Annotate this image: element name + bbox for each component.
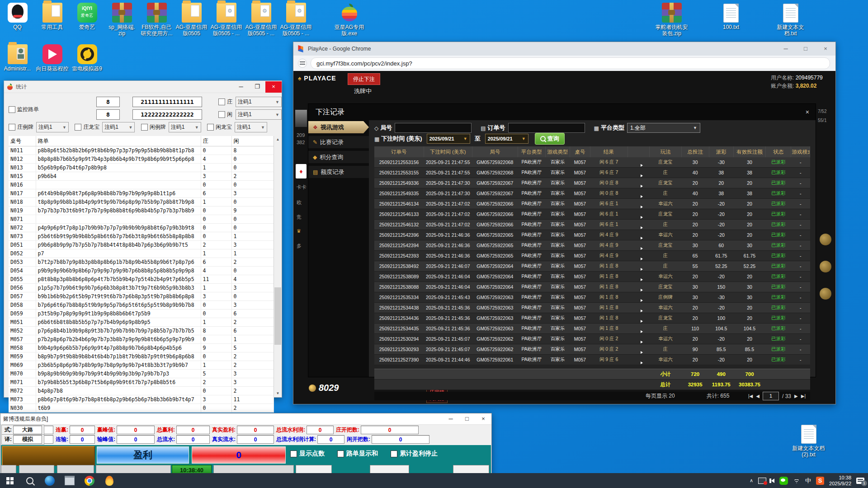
stat-value[interactable]: 0 — [70, 426, 95, 434]
stat-value[interactable]: 0 — [70, 435, 95, 444]
desktop-icon[interactable]: sp_网络端. zip — [104, 3, 139, 37]
desktop-icon[interactable]: 掌舵者街机安 装包.zip — [654, 3, 689, 37]
option-code-select[interactable]: 注码1▼ — [102, 122, 135, 132]
stat-value[interactable]: 0 — [237, 426, 274, 434]
road-table-row[interactable]: N071 0 0 — [9, 215, 274, 224]
option-checkbox[interactable]: 庄龙宝 — [75, 123, 99, 131]
road-table-row[interactable]: M058 b9b4p9p6p6b5b7p6p9p9t4p7p8b8p9b7b6p… — [9, 344, 274, 352]
desktop-icon[interactable]: AG-亚星信用 版0505 - ... — [278, 3, 313, 37]
ime-indicator[interactable]: 中 — [805, 477, 811, 485]
desktop-icon[interactable]: 爱奇艺 — [70, 3, 104, 37]
cell-replay[interactable] — [627, 220, 650, 230]
panel-checkbox[interactable]: 显示点数 — [290, 450, 325, 458]
cell-replay[interactable] — [627, 344, 650, 355]
scrollbar[interactable]: ▲ ▼ — [274, 136, 282, 397]
site-settings-icon[interactable] — [298, 59, 307, 68]
trophy-icon[interactable]: ♛ — [297, 228, 301, 234]
option-checkbox[interactable]: 庄例牌 — [9, 123, 33, 131]
option-code-select[interactable]: 注码1▼ — [169, 122, 201, 132]
option-checkbox[interactable]: 闲龙宝 — [207, 123, 232, 131]
road-table-row[interactable]: N016 0 0 — [9, 181, 274, 189]
cell-replay[interactable] — [627, 303, 650, 313]
cell-replay[interactable] — [627, 251, 650, 261]
road-table-row[interactable]: N018 t8p8p9p9b8b1p8b4p9p9t9p9b7b6p8p9p7b… — [9, 198, 274, 206]
desktop-icon[interactable]: QQ — [0, 3, 35, 37]
address-bar[interactable]: gci.myf7f3bx.com/pc/pcv2/index.jsp? — [311, 57, 830, 69]
desktop-icon[interactable]: AG-亚星信用 版0505 - ... — [244, 3, 278, 37]
stat-value[interactable]: 0 — [176, 435, 210, 444]
road-table-row[interactable]: M059 b8p9b7p9t9b8b9b8b4t6b4b7p1b8t7b9b8b… — [9, 352, 274, 361]
maximize-icon[interactable]: □ — [459, 413, 475, 425]
close-icon[interactable]: × — [816, 42, 835, 56]
road-table-row[interactable]: N019 b7p7b3p7b3t6b9t7p7b7p9p8b8b8t6p9b8b… — [9, 206, 274, 215]
player-count-input[interactable]: 8 — [96, 109, 120, 120]
prev-page-icon[interactable] — [756, 394, 760, 399]
road-table-row[interactable]: N011 p8b8p6t5b2b8b2b6p9t8b6b9p7p3p7p9p9p… — [9, 146, 274, 155]
scroll-down-icon[interactable]: ▼ — [274, 390, 282, 397]
stat-value[interactable]: 0 — [317, 435, 344, 444]
road-table-row[interactable]: D052 p7 1 1 — [9, 249, 274, 258]
cell-replay[interactable] — [627, 355, 650, 365]
modal-tab[interactable]: 比赛记录 — [308, 136, 369, 148]
screen-record-icon[interactable] — [758, 478, 766, 484]
date-to-select[interactable]: 2025/09/21 ▼ — [485, 134, 528, 144]
road-table-row[interactable]: D057 b9b1b6b9b2p6t5b9p7t9t9t6b7b7p6b8p3p… — [9, 292, 274, 301]
road-table-row[interactable]: M070 b9p8p9b9b9p9b9p7b9p9t4b9p9b9p3b9p7p… — [9, 370, 274, 378]
stat-value[interactable]: 0 — [237, 435, 274, 444]
cell-replay[interactable] — [627, 324, 650, 334]
taskbar-app-browser[interactable] — [40, 473, 60, 488]
option-code-select[interactable]: 注码1▼ — [235, 122, 267, 132]
volume-icon[interactable] — [771, 479, 774, 483]
platform-select[interactable]: 1.全部 ▼ — [627, 123, 700, 133]
desktop-icon[interactable]: 常用工具 — [35, 3, 70, 37]
left-menu-item[interactable]: 欧 — [297, 199, 302, 206]
road-table-row[interactable]: M057 p7b2p8p6p7b2b4b6p9p7b7p3b8b7p9p9p9b… — [9, 335, 274, 344]
minimize-icon[interactable]: ─ — [233, 81, 249, 93]
player-pattern-input[interactable]: 122222222222222 — [132, 109, 202, 120]
desktop-icon[interactable]: AG-亚星信用 版0505 — [174, 3, 209, 37]
desktop-icon[interactable]: 新建文本文 档.txt — [773, 3, 808, 37]
betting-tool-titlebar[interactable]: 赌博违规后果自负] ─ □ × — [0, 413, 491, 425]
stat-value[interactable]: 0 — [117, 426, 155, 434]
cell-replay[interactable] — [627, 334, 650, 344]
page-input[interactable]: 1 — [763, 392, 779, 400]
desktop-icon[interactable]: AG-亚星信用 版0505 - ... — [209, 3, 244, 37]
road-table-row[interactable]: N017 p6t4b9b8p9b8t7p6p8p9b8b8b7b9p7b9p9p… — [9, 189, 274, 198]
cell-replay[interactable] — [627, 313, 650, 324]
close-icon[interactable]: × — [475, 413, 491, 425]
road-table-row[interactable]: N030 t6b9 0 2 — [9, 404, 274, 413]
road-table-row[interactable]: M073 p8b6p7p8t6p9b7p7b8p8t6b8p2p9b6p5b6p… — [9, 395, 274, 404]
cell-replay[interactable] — [627, 272, 650, 282]
chrome-titlebar[interactable]: PlayAce - Google Chrome ─ □ × — [293, 42, 835, 56]
first-page-icon[interactable] — [748, 394, 753, 399]
date-from-select[interactable]: 2025/09/21 ▼ — [427, 134, 470, 144]
desktop-icon[interactable]: 向日葵远程控 — [35, 44, 70, 72]
road-table-row[interactable]: M072 b4p8p7b8 0 2 — [9, 387, 274, 395]
stat-value[interactable]: 大路 — [13, 426, 42, 434]
road-table-row[interactable]: D054 p9b9p9p9b6b9p8b6p7p9p9p7p9p9b7p6b8b… — [9, 267, 274, 275]
cell-replay[interactable] — [627, 209, 650, 220]
taskbar-app-window[interactable] — [60, 473, 80, 488]
taskbar-clock[interactable]: 10:38 2025/9/22 — [829, 475, 851, 487]
scroll-up-icon[interactable]: ▲ — [274, 136, 282, 143]
banker-count-input[interactable]: 8 — [96, 97, 120, 107]
taskbar-app-chrome[interactable] — [80, 473, 99, 488]
cell-replay[interactable] — [627, 292, 650, 303]
maximize-icon[interactable]: □ — [796, 42, 816, 56]
option-code-select[interactable]: 注码1▼ — [36, 122, 69, 132]
road-table-row[interactable]: N072 p4p9p6p9t7p8p1p7b9b9b7p7p7p9b9b9b9p… — [9, 224, 274, 232]
notification-icon[interactable]: 1 — [856, 478, 864, 484]
side-gold-button[interactable] — [820, 261, 831, 272]
player-code-select[interactable]: 注码1▼ — [236, 109, 282, 120]
start-button[interactable] — [0, 473, 20, 488]
minimize-icon[interactable]: ─ — [776, 42, 796, 56]
road-table-row[interactable]: D053 b7t2p7b8b7p9p8b3p8b8p8b6p1b7b8p9b4b… — [9, 258, 274, 267]
banker-checkbox[interactable]: 庄 — [218, 98, 232, 106]
desktop-icon[interactable]: 新建文本文档 (2).txt — [791, 424, 826, 458]
wechat-icon[interactable] — [779, 477, 788, 485]
side-gold-button[interactable] — [820, 288, 831, 300]
search-button[interactable]: 查询 — [535, 133, 565, 145]
modal-tab[interactable]: 积分查询 — [308, 151, 369, 163]
left-menu-item[interactable]: 竞 — [297, 214, 302, 221]
monitor-road-checkbox[interactable]: 监控路单 — [9, 106, 39, 113]
